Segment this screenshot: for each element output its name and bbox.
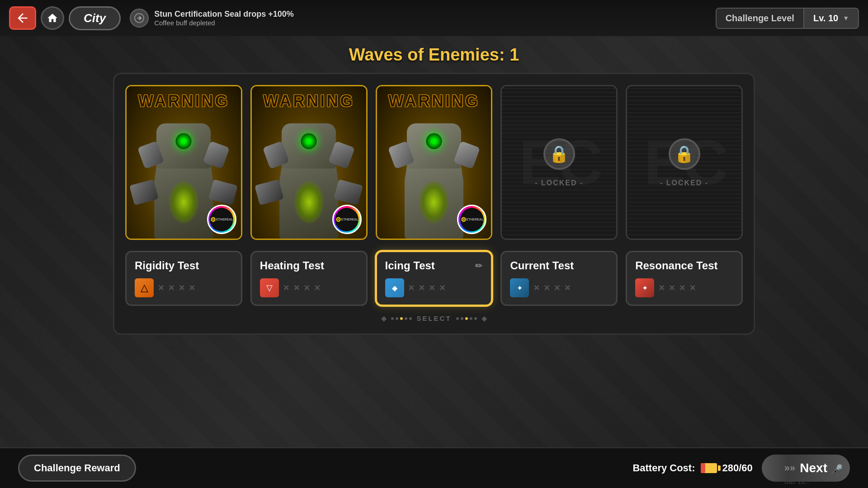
cross-1: × bbox=[409, 282, 415, 294]
bottom-bar: Challenge Reward Battery Cost: 280/60 Ne… bbox=[0, 447, 868, 488]
dot-r5 bbox=[474, 317, 477, 320]
dropdown-arrow-icon: ▼ bbox=[843, 14, 849, 22]
heating-test-name: Heating Test bbox=[260, 259, 324, 272]
cross-4: × bbox=[439, 282, 445, 294]
resonance-test-name: Resonance Test bbox=[635, 259, 717, 272]
cards-row: WARNING bbox=[125, 85, 743, 240]
card-inner-3: WARNING ⚙ bbox=[377, 86, 491, 239]
status-line2: Coffee buff depleted bbox=[154, 19, 294, 27]
cross-3: × bbox=[179, 282, 185, 294]
dot-4 bbox=[405, 317, 407, 320]
enemy-card-3[interactable]: WARNING ⚙ bbox=[376, 85, 493, 240]
test-card-icing-header: Icing Test ✏ bbox=[385, 259, 483, 272]
enemy-card-4: EC 🔒 - LOCKED - bbox=[500, 85, 618, 240]
status-icon bbox=[130, 9, 149, 28]
enemy-card-5: EC 🔒 - LOCKED - bbox=[626, 85, 743, 240]
select-label: SELECT bbox=[416, 314, 451, 322]
cross-1: × bbox=[533, 282, 539, 294]
main-panel: WARNING bbox=[113, 73, 755, 335]
select-right-arrow-icon: ◆ bbox=[481, 314, 487, 323]
test-card-resonance[interactable]: Resonance Test ✦ × × × × bbox=[626, 251, 743, 306]
warning-banner-3: WARNING bbox=[377, 92, 491, 111]
locked-overlay-5: EC 🔒 - LOCKED - bbox=[627, 86, 741, 239]
cross-1: × bbox=[158, 282, 164, 294]
waves-header: Waves of Enemies: 1 bbox=[349, 45, 519, 65]
select-dots-right bbox=[456, 317, 477, 320]
battery-icon bbox=[701, 463, 717, 473]
cross-4: × bbox=[690, 282, 696, 294]
cross-3: × bbox=[304, 282, 310, 294]
test-card-icing[interactable]: Icing Test ✏ ◆ × × × × bbox=[376, 251, 493, 306]
select-indicator: ◆ SELECT ◆ bbox=[125, 314, 743, 323]
topbar: City Stun Certification Seal drops +100%… bbox=[0, 0, 868, 36]
test-card-current-header: Current Test bbox=[510, 259, 608, 272]
rigidity-rewards: △ × × × × bbox=[135, 278, 233, 297]
heating-icon: ▽ bbox=[260, 278, 279, 297]
next-label: Next bbox=[800, 461, 827, 475]
dot-3 bbox=[400, 317, 403, 320]
cross-4: × bbox=[314, 282, 320, 294]
dot-r2 bbox=[461, 317, 463, 320]
current-rewards: ✦ × × × × bbox=[510, 278, 608, 297]
status-text: Stun Certification Seal drops +100% Coff… bbox=[154, 9, 294, 27]
uid-text: UID: 13... bbox=[784, 479, 809, 485]
main-content: Waves of Enemies: 1 WARNING bbox=[0, 36, 868, 488]
home-button[interactable] bbox=[41, 6, 64, 30]
dot-1 bbox=[391, 317, 394, 320]
dot-5 bbox=[409, 317, 412, 320]
warning-banner-1: WARNING bbox=[127, 92, 241, 111]
card-inner-1: WARNING bbox=[127, 86, 241, 239]
rigidity-test-name: Rigidity Test bbox=[135, 259, 199, 272]
challenge-reward-button[interactable]: Challenge Reward bbox=[18, 455, 136, 482]
dot-r3 bbox=[465, 317, 468, 320]
test-card-current[interactable]: Current Test ✦ × × × × bbox=[500, 251, 618, 306]
locked-overlay-4: EC 🔒 - LOCKED - bbox=[502, 86, 616, 239]
city-button[interactable]: City bbox=[69, 6, 121, 30]
rigidity-icon: △ bbox=[135, 278, 154, 297]
icing-test-name: Icing Test bbox=[385, 259, 435, 272]
challenge-level-value[interactable]: Lv. 10 ▼ bbox=[803, 8, 859, 29]
resonance-rewards: ✦ × × × × bbox=[635, 278, 733, 297]
dot-2 bbox=[396, 317, 398, 320]
enemy-card-1[interactable]: WARNING bbox=[125, 85, 242, 240]
test-card-heating[interactable]: Heating Test ▽ × × × × bbox=[250, 251, 368, 306]
current-icon: ✦ bbox=[510, 278, 529, 297]
cross-2: × bbox=[419, 282, 425, 294]
card-badge-3: ⚙ ETHEREAL bbox=[457, 205, 486, 234]
edit-icon[interactable]: ✏ bbox=[475, 260, 483, 271]
icing-rewards: ◆ × × × × bbox=[385, 278, 483, 297]
dot-r4 bbox=[470, 317, 472, 320]
icing-icon: ◆ bbox=[385, 278, 404, 297]
card-inner-2: WARNING bbox=[252, 86, 366, 239]
city-label: City bbox=[84, 11, 106, 25]
current-test-name: Current Test bbox=[510, 259, 574, 272]
mic-icon[interactable]: 🎤 bbox=[827, 461, 845, 479]
cross-2: × bbox=[544, 282, 550, 294]
card-badge-1: ⚙ ETHEREAL bbox=[207, 205, 236, 234]
test-card-resonance-header: Resonance Test bbox=[635, 259, 733, 272]
select-left-arrow-icon: ◆ bbox=[381, 314, 387, 323]
status-line1: Stun Certification Seal drops +100% bbox=[154, 9, 294, 19]
back-button[interactable] bbox=[9, 6, 36, 30]
select-dots bbox=[391, 317, 412, 320]
cross-2: × bbox=[669, 282, 675, 294]
tests-row: Rigidity Test △ × × × × Heating Test ▽ × bbox=[125, 251, 743, 306]
challenge-level: Challenge Level Lv. 10 ▼ bbox=[716, 8, 859, 29]
resonance-icon: ✦ bbox=[635, 278, 654, 297]
battery-fill bbox=[701, 463, 706, 473]
battery-cost: Battery Cost: 280/60 bbox=[632, 462, 752, 474]
test-card-rigidity[interactable]: Rigidity Test △ × × × × bbox=[125, 251, 242, 306]
enemy-card-2[interactable]: WARNING bbox=[250, 85, 368, 240]
battery-value: 280/60 bbox=[722, 462, 753, 474]
challenge-level-label: Challenge Level bbox=[716, 8, 803, 29]
test-card-rigidity-header: Rigidity Test bbox=[135, 259, 233, 272]
dot-r1 bbox=[456, 317, 459, 320]
cross-1: × bbox=[283, 282, 289, 294]
warning-banner-2: WARNING bbox=[252, 92, 366, 111]
cross-4: × bbox=[189, 282, 195, 294]
test-card-heating-header: Heating Test bbox=[260, 259, 358, 272]
card-badge-2: ⚙ ETHEREAL bbox=[332, 205, 362, 234]
cross-2: × bbox=[169, 282, 175, 294]
cross-2: × bbox=[294, 282, 300, 294]
cross-4: × bbox=[565, 282, 571, 294]
